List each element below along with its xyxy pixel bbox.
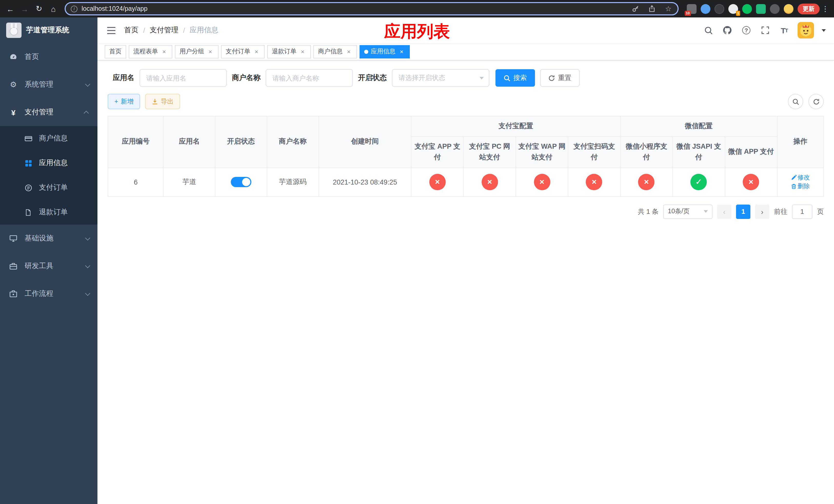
url-bar[interactable]: i localhost:1024/pay/app ☆ xyxy=(65,2,679,15)
browser-chrome: ← → ↻ ⌂ i localhost:1024/pay/app ☆ 10 1 … xyxy=(0,0,834,18)
breadcrumb-current: 应用信息 xyxy=(190,26,219,35)
order-icon xyxy=(24,183,33,192)
search-button[interactable]: 搜索 xyxy=(496,69,535,87)
home-icon[interactable]: ⌂ xyxy=(46,2,61,16)
search-toggle-button[interactable] xyxy=(788,94,803,109)
column-header: 支付宝扫码支付 xyxy=(568,137,620,168)
tab-merchant-info[interactable]: 商户信息× xyxy=(313,45,357,58)
sidebar-item-infra[interactable]: 基础设施 xyxy=(0,225,97,252)
sidebar-item-label: 应用信息 xyxy=(39,158,68,168)
breadcrumb-home[interactable]: 首页 xyxy=(124,26,138,35)
edit-link[interactable]: 修改 xyxy=(791,174,810,182)
reload-icon[interactable]: ↻ xyxy=(32,2,46,16)
add-button[interactable]: + 新增 xyxy=(108,94,140,109)
tab-app-info[interactable]: 应用信息× xyxy=(359,45,410,58)
chevron-down-icon xyxy=(704,210,708,213)
bookmark-star-icon[interactable]: ☆ xyxy=(662,3,675,14)
fullscreen-icon[interactable] xyxy=(760,24,771,37)
prev-page-button[interactable]: ‹ xyxy=(717,205,731,219)
merchant-name-input[interactable] xyxy=(266,69,353,87)
extension-icon-wechat[interactable] xyxy=(742,4,752,14)
status-toggle[interactable] xyxy=(231,177,251,187)
tabs-bar: 首页 流程表单× 用户分组× 支付订单× 退款订单× 商户信息× 应用信息× xyxy=(97,43,834,61)
logo-image xyxy=(6,23,22,38)
sidebar-item-home[interactable]: 首页 xyxy=(0,43,97,71)
app-title: 芋道管理系统 xyxy=(26,26,69,35)
back-icon[interactable]: ← xyxy=(3,2,18,16)
cell-alipay-wap: × xyxy=(516,168,568,197)
extension-icon-2[interactable] xyxy=(701,4,710,14)
tab-process-form[interactable]: 流程表单× xyxy=(129,45,172,58)
tab-pay-order[interactable]: 支付订单× xyxy=(221,45,265,58)
sidebar-item-refund-order[interactable]: 退款订单 xyxy=(0,200,97,225)
font-size-icon[interactable]: TT xyxy=(778,24,790,37)
channel-status-icon: × xyxy=(534,174,550,190)
avatar[interactable] xyxy=(797,22,814,39)
tab-refund-order[interactable]: 退款订单× xyxy=(267,45,311,58)
sidebar-item-app-info[interactable]: 应用信息 xyxy=(0,151,97,175)
extension-icon-7[interactable] xyxy=(784,4,793,14)
github-icon[interactable] xyxy=(722,24,733,37)
sidebar-item-workflow[interactable]: 工作流程 xyxy=(0,280,97,307)
search-icon[interactable] xyxy=(703,24,714,37)
extension-icon-3[interactable] xyxy=(715,4,724,14)
extension-icon-5[interactable] xyxy=(756,4,766,14)
page-size-select[interactable]: 10条/页 xyxy=(663,205,712,219)
cell-app-name: 芋道 xyxy=(163,168,215,197)
forward-icon[interactable]: → xyxy=(18,2,32,16)
goto-page-input[interactable] xyxy=(792,205,812,219)
delete-link[interactable]: 删除 xyxy=(791,182,810,191)
goto-label: 前往 xyxy=(774,207,787,216)
status-label: 开启状态 xyxy=(358,73,387,83)
screen: ← → ↻ ⌂ i localhost:1024/pay/app ☆ 10 1 … xyxy=(0,0,834,504)
close-icon[interactable]: × xyxy=(253,48,260,55)
close-icon[interactable]: × xyxy=(160,48,168,55)
monitor-icon xyxy=(9,234,18,243)
site-info-icon[interactable]: i xyxy=(71,5,78,12)
channel-status-icon: × xyxy=(586,174,602,190)
sidebar-item-label: 退款订单 xyxy=(39,208,68,217)
sidebar-item-dev-tools[interactable]: 研发工具 xyxy=(0,252,97,280)
next-page-button[interactable]: › xyxy=(755,205,769,219)
app-name-input[interactable] xyxy=(139,69,227,87)
browser-menu-icon[interactable]: ⋮ xyxy=(820,2,831,16)
column-header: 创建时间 xyxy=(319,116,411,168)
sidebar-item-system[interactable]: ⚙ 系统管理 xyxy=(0,71,97,98)
channel-status-icon: × xyxy=(429,174,446,190)
page-number-button[interactable]: 1 xyxy=(736,205,750,219)
cell-alipay-pc: × xyxy=(463,168,516,197)
share-icon[interactable] xyxy=(646,3,658,14)
refresh-button[interactable] xyxy=(808,94,824,109)
browser-update-button[interactable]: 更新 xyxy=(797,3,820,14)
credit-card-icon xyxy=(24,134,33,143)
avatar-caret-icon[interactable] xyxy=(822,29,826,31)
cell-app-id: 6 xyxy=(108,168,163,197)
breadcrumb-payment[interactable]: 支付管理 xyxy=(150,26,178,35)
help-icon[interactable]: ? xyxy=(741,24,752,37)
sidebar-item-label: 研发工具 xyxy=(25,261,53,271)
sidebar-item-pay-order[interactable]: 支付订单 xyxy=(0,175,97,200)
extension-icon-6[interactable] xyxy=(770,4,780,14)
pagination: 共 1 条 10条/页 ‹ 1 › 前往 页 xyxy=(108,205,824,219)
close-icon[interactable]: × xyxy=(345,48,352,55)
sidebar-item-payment[interactable]: ¥ 支付管理 xyxy=(0,98,97,126)
extension-icon-4[interactable]: 1 xyxy=(728,4,738,14)
toggle-knob xyxy=(242,178,250,186)
close-icon[interactable]: × xyxy=(398,48,405,55)
reset-button[interactable]: 重置 xyxy=(540,69,579,87)
navbar-actions: ? TT xyxy=(703,22,826,39)
column-header: 操作 xyxy=(777,116,824,168)
extension-icon-1[interactable]: 10 xyxy=(687,4,697,14)
column-header: 开启状态 xyxy=(215,116,267,168)
close-icon[interactable]: × xyxy=(207,48,214,55)
export-button[interactable]: 导出 xyxy=(146,94,180,109)
close-icon[interactable]: × xyxy=(299,48,306,55)
tab-user-group[interactable]: 用户分组× xyxy=(175,45,219,58)
sidebar-fold-icon[interactable] xyxy=(106,25,117,36)
password-key-icon[interactable] xyxy=(629,3,642,14)
page-content: 应用名 商户名称 开启状态 请选择开启状态 搜索 重置 xyxy=(97,61,834,504)
status-select[interactable]: 请选择开启状态 xyxy=(392,69,489,87)
breadcrumb-separator: / xyxy=(183,26,185,35)
tab-home[interactable]: 首页 xyxy=(105,45,126,58)
sidebar-item-merchant-info[interactable]: 商户信息 xyxy=(0,126,97,151)
